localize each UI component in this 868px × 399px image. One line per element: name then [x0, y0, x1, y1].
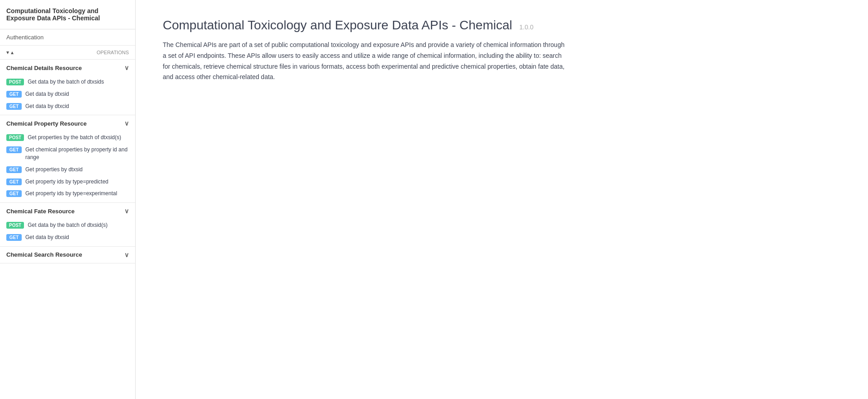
- resource-title-chemical-fate[interactable]: Chemical Fate Resource ∨: [0, 203, 135, 219]
- api-label: Get chemical properties by property id a…: [25, 146, 131, 161]
- resource-section-chemical-details: Chemical Details Resource ∨ POST Get dat…: [0, 60, 135, 115]
- list-item[interactable]: GET Get property ids by type=predicted: [0, 176, 135, 188]
- api-label: Get property ids by type=predicted: [25, 178, 108, 186]
- list-item[interactable]: GET Get property ids by type=experimenta…: [0, 188, 135, 200]
- resource-title-chemical-property[interactable]: Chemical Property Resource ∨: [0, 115, 135, 131]
- api-label: Get properties by dtxsid: [25, 166, 83, 174]
- list-item[interactable]: POST Get data by the batch of dtxsids: [0, 76, 135, 88]
- get-badge: GET: [6, 91, 22, 98]
- resource-name: Chemical Search Resource: [6, 251, 82, 258]
- expand-arrow-icon[interactable]: ▴: [11, 49, 14, 56]
- get-badge: GET: [6, 146, 22, 153]
- operations-header: ▾ ▴ OPERATIONS: [0, 46, 135, 60]
- version-badge: 1.0.0: [519, 23, 533, 31]
- chevron-down-icon: ∨: [124, 64, 129, 71]
- list-item[interactable]: POST Get data by the batch of dtxsid(s): [0, 219, 135, 231]
- resource-section-chemical-fate: Chemical Fate Resource ∨ POST Get data b…: [0, 203, 135, 247]
- list-item[interactable]: GET Get properties by dtxsid: [0, 164, 135, 176]
- list-item[interactable]: POST Get properties by the batch of dtxs…: [0, 131, 135, 144]
- title-text: Computational Toxicology and Exposure Da…: [163, 18, 512, 32]
- sidebar-title: Computational Toxicology and Exposure Da…: [6, 7, 100, 22]
- api-label: Get data by dtxsid: [25, 90, 69, 98]
- post-badge: POST: [6, 79, 24, 85]
- page-title: Computational Toxicology and Exposure Da…: [163, 18, 841, 33]
- main-content: Computational Toxicology and Exposure Da…: [136, 0, 868, 399]
- api-label: Get property ids by type=experimental: [25, 190, 117, 197]
- get-badge: GET: [6, 234, 22, 241]
- api-label: Get properties by the batch of dtxsid(s): [28, 134, 121, 141]
- sidebar: Computational Toxicology and Exposure Da…: [0, 0, 136, 399]
- resource-section-chemical-property: Chemical Property Resource ∨ POST Get pr…: [0, 115, 135, 203]
- post-badge: POST: [6, 222, 24, 229]
- resource-title-chemical-details[interactable]: Chemical Details Resource ∨: [0, 60, 135, 76]
- resource-name: Chemical Details Resource: [6, 65, 82, 71]
- resource-name: Chemical Property Resource: [6, 120, 87, 127]
- collapse-arrow-icon[interactable]: ▾: [6, 49, 9, 56]
- resource-name: Chemical Fate Resource: [6, 208, 75, 215]
- list-item[interactable]: GET Get data by dtxsid: [0, 231, 135, 244]
- api-label: Get data by dtxsid: [25, 234, 69, 241]
- resource-items-chemical-details: POST Get data by the batch of dtxsids GE…: [0, 76, 135, 115]
- chevron-down-icon: ∨: [124, 120, 129, 127]
- list-item[interactable]: GET Get chemical properties by property …: [0, 144, 135, 164]
- sidebar-header: Computational Toxicology and Exposure Da…: [0, 0, 135, 29]
- get-badge: GET: [6, 178, 22, 185]
- get-badge: GET: [6, 103, 22, 110]
- api-label: Get data by the batch of dtxsid(s): [28, 221, 108, 229]
- post-badge: POST: [6, 134, 24, 141]
- resource-items-chemical-fate: POST Get data by the batch of dtxsid(s) …: [0, 219, 135, 246]
- list-item[interactable]: GET Get data by dtxcid: [0, 100, 135, 113]
- resource-section-chemical-search: Chemical Search Resource ∨: [0, 247, 135, 263]
- main-description: The Chemical APIs are part of a set of p…: [163, 40, 570, 83]
- api-label: Get data by the batch of dtxsids: [28, 78, 104, 86]
- resource-title-chemical-search[interactable]: Chemical Search Resource ∨: [0, 247, 135, 263]
- api-label: Get data by dtxcid: [25, 103, 69, 110]
- get-badge: GET: [6, 166, 22, 173]
- resource-items-chemical-property: POST Get properties by the batch of dtxs…: [0, 131, 135, 202]
- operations-label: OPERATIONS: [97, 50, 129, 55]
- auth-section: Authentication: [0, 29, 135, 46]
- auth-label: Authentication: [6, 34, 43, 41]
- get-badge: GET: [6, 190, 22, 197]
- chevron-down-icon: ∨: [124, 207, 129, 215]
- expand-collapse-arrows[interactable]: ▾ ▴: [6, 49, 14, 56]
- list-item[interactable]: GET Get data by dtxsid: [0, 88, 135, 100]
- chevron-down-icon: ∨: [124, 251, 129, 258]
